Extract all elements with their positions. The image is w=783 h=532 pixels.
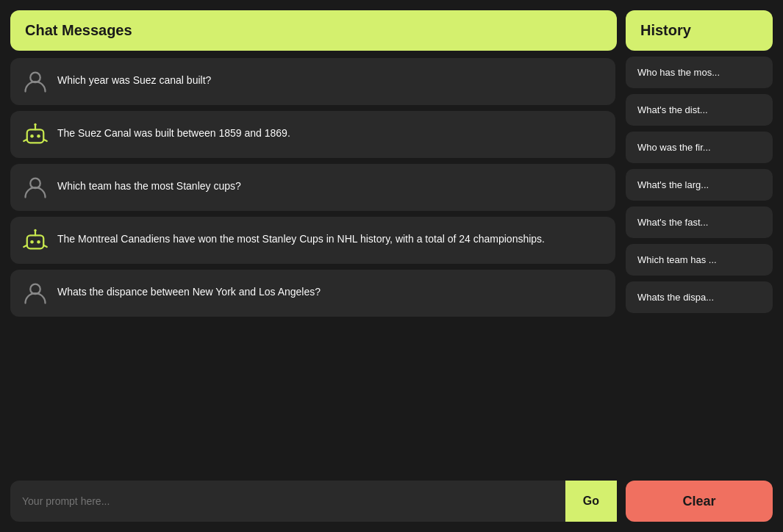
history-items-list: Who has the mos...What's the dist...Who …: [626, 57, 773, 475]
svg-point-8: [37, 240, 40, 244]
message-row: Which team has the most Stanley cups?: [10, 164, 615, 211]
history-panel: History Who has the mos...What's the dis…: [626, 10, 773, 522]
message-text: Which year was Suez canal built?: [57, 68, 604, 88]
chat-messages: Which year was Suez canal built? The Sue…: [10, 58, 617, 473]
svg-rect-6: [27, 235, 44, 248]
message-row: Which year was Suez canal built?: [10, 58, 615, 105]
svg-point-7: [30, 240, 34, 244]
chat-header: Chat Messages: [10, 10, 617, 51]
prompt-input[interactable]: [10, 481, 565, 522]
history-item[interactable]: What's the dist...: [626, 94, 773, 126]
svg-point-2: [30, 134, 34, 138]
chat-panel: Chat Messages Which year was Suez canal …: [10, 10, 617, 522]
history-header: History: [626, 10, 773, 51]
svg-point-9: [34, 229, 36, 231]
user-avatar-icon: [22, 174, 49, 201]
bot-avatar-icon: [22, 227, 49, 254]
message-text: Which team has the most Stanley cups?: [57, 174, 604, 194]
clear-button[interactable]: Clear: [626, 481, 773, 522]
history-item[interactable]: Which team has ...: [626, 244, 773, 276]
history-item[interactable]: Whats the dispa...: [626, 281, 773, 313]
bot-avatar-icon: [22, 121, 49, 148]
go-button[interactable]: Go: [565, 481, 617, 522]
message-row: The Montreal Canadiens have won the most…: [10, 217, 615, 264]
main-container: Chat Messages Which year was Suez canal …: [10, 10, 773, 522]
svg-point-4: [34, 123, 36, 126]
message-row: The Suez Canal was built between 1859 an…: [10, 111, 615, 158]
history-item[interactable]: What's the larg...: [626, 169, 773, 201]
user-avatar-icon: [22, 68, 49, 95]
history-item[interactable]: Who was the fir...: [626, 132, 773, 163]
user-avatar-icon: [22, 280, 49, 306]
svg-rect-1: [27, 129, 44, 143]
svg-point-3: [37, 134, 40, 138]
history-item[interactable]: Who has the mos...: [626, 57, 773, 88]
chat-input-area: Go: [10, 481, 617, 522]
history-header-title: History: [640, 22, 691, 38]
message-text: The Suez Canal was built between 1859 an…: [57, 121, 604, 141]
message-text: Whats the dispance between New York and …: [57, 280, 604, 300]
history-item[interactable]: What's the fast...: [626, 206, 773, 238]
message-text: The Montreal Canadiens have won the most…: [57, 227, 604, 247]
message-row: Whats the dispance between New York and …: [10, 270, 615, 317]
chat-header-title: Chat Messages: [25, 22, 132, 38]
